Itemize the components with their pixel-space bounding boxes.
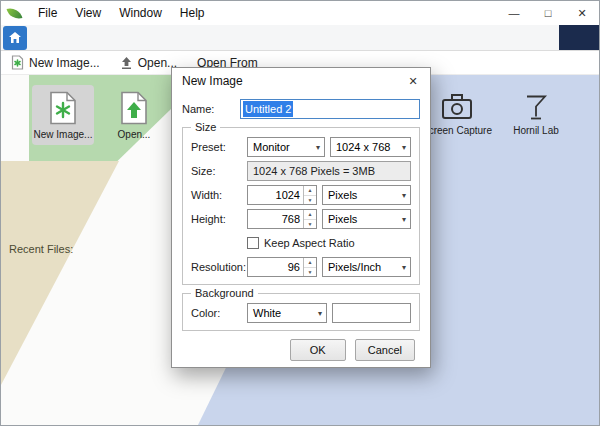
preset-select-value: Monitor (253, 141, 290, 153)
name-input[interactable]: Untitled 2 (240, 99, 420, 119)
preset-label: Preset: (191, 141, 247, 153)
size-group-label: Size (191, 121, 220, 133)
tile-hornil-lab[interactable]: Hornil Lab (499, 83, 573, 141)
preset-size-select[interactable]: 1024 x 768 ▾ (330, 137, 411, 157)
dialog-title: New Image (182, 74, 243, 88)
preset-select[interactable]: Monitor ▾ (247, 137, 325, 157)
color-select[interactable]: White ▾ (247, 303, 327, 323)
width-unit-select[interactable]: Pixels ▾ (322, 185, 411, 205)
color-label: Color: (191, 307, 247, 319)
height-label: Height: (191, 213, 247, 225)
side-panel-strip (559, 25, 599, 50)
new-image-dialog: New Image ✕ Name: Untitled 2 Size Preset… (171, 67, 431, 368)
height-unit-select[interactable]: Pixels ▾ (322, 209, 411, 229)
close-button[interactable]: ✕ (565, 1, 599, 25)
width-unit-value: Pixels (328, 189, 357, 201)
toolbar-new-image-label: New Image... (29, 56, 100, 70)
chevron-down-icon: ▾ (398, 215, 410, 224)
spin-up-icon[interactable]: ▲ (304, 186, 316, 196)
ok-button[interactable]: OK (290, 339, 346, 361)
tile-new-image-label: New Image... (34, 129, 93, 140)
dialog-body: Name: Untitled 2 Size Preset: Monitor ▾ … (172, 94, 430, 367)
preset-size-select-value: 1024 x 768 (336, 141, 390, 153)
chevron-down-icon: ▾ (398, 263, 410, 272)
minimize-button[interactable]: — (497, 1, 531, 25)
resolution-value: 96 (248, 258, 303, 276)
tile-new-image[interactable]: New Image... (32, 85, 94, 145)
dialog-title-bar[interactable]: New Image ✕ (172, 68, 430, 94)
dialog-close-button[interactable]: ✕ (396, 68, 430, 94)
spin-down-icon[interactable]: ▼ (304, 220, 316, 229)
keep-aspect-ratio-label: Keep Aspect Ratio (264, 237, 355, 249)
home-tab-button[interactable] (3, 26, 27, 50)
menu-file[interactable]: File (29, 1, 66, 25)
tile-open[interactable]: Open... (103, 85, 165, 145)
menu-help[interactable]: Help (171, 1, 214, 25)
app-window: File View Window Help — □ ✕ New Image.. (0, 0, 600, 426)
tab-strip (1, 25, 599, 51)
chevron-down-icon: ▾ (398, 143, 410, 152)
width-label: Width: (191, 189, 247, 201)
lab-flask-icon (523, 94, 549, 121)
spin-up-icon[interactable]: ▲ (304, 258, 316, 268)
recent-files-label: Recent Files: (9, 243, 73, 255)
height-spinner[interactable]: 768 ▲ ▼ (247, 209, 317, 229)
menu-view[interactable]: View (66, 1, 110, 25)
size-summary-field: 1024 x 768 Pixels = 3MB (247, 161, 411, 181)
resolution-unit-value: Pixels/Inch (328, 261, 381, 273)
spin-down-icon[interactable]: ▼ (304, 268, 316, 277)
chevron-down-icon: ▾ (312, 143, 324, 152)
spin-up-icon[interactable]: ▲ (304, 210, 316, 220)
cancel-button[interactable]: Cancel (355, 339, 415, 361)
new-image-page-icon (48, 91, 78, 125)
height-unit-value: Pixels (328, 213, 357, 225)
width-value: 1024 (248, 186, 303, 204)
color-preview[interactable] (332, 303, 411, 323)
name-label: Name: (182, 103, 240, 115)
home-icon (8, 31, 22, 44)
resolution-spinner[interactable]: 96 ▲ ▼ (247, 257, 317, 277)
resolution-label: Resolution: (191, 261, 247, 273)
maximize-button[interactable]: □ (531, 1, 565, 25)
background-group-label: Background (191, 287, 258, 299)
new-image-icon (11, 55, 24, 70)
window-controls: — □ ✕ (497, 1, 599, 25)
menu-bar: File View Window Help — □ ✕ (1, 1, 599, 25)
spin-down-icon[interactable]: ▼ (304, 196, 316, 205)
chevron-down-icon: ▾ (314, 309, 326, 318)
open-page-icon (119, 91, 149, 125)
app-logo-leaf-icon (7, 5, 23, 21)
name-input-selected-text: Untitled 2 (243, 101, 293, 117)
menu-window[interactable]: Window (110, 1, 171, 25)
tile-open-label: Open... (118, 129, 151, 140)
width-spinner[interactable]: 1024 ▲ ▼ (247, 185, 317, 205)
chevron-down-icon: ▾ (398, 191, 410, 200)
tile-screen-capture-label: Screen Capture (422, 125, 492, 136)
open-upload-icon (120, 56, 133, 70)
tile-hornil-lab-label: Hornil Lab (513, 125, 559, 136)
color-select-value: White (253, 307, 281, 319)
height-value: 768 (248, 210, 303, 228)
camera-icon (441, 93, 473, 121)
size-groupbox: Size Preset: Monitor ▾ 1024 x 768 ▾ Size… (182, 127, 420, 285)
background-groupbox: Background Color: White ▾ (182, 293, 420, 331)
keep-aspect-ratio-checkbox[interactable] (247, 237, 259, 249)
resolution-unit-select[interactable]: Pixels/Inch ▾ (322, 257, 411, 277)
toolbar-new-image-button[interactable]: New Image... (1, 51, 110, 74)
size-label: Size: (191, 165, 247, 177)
